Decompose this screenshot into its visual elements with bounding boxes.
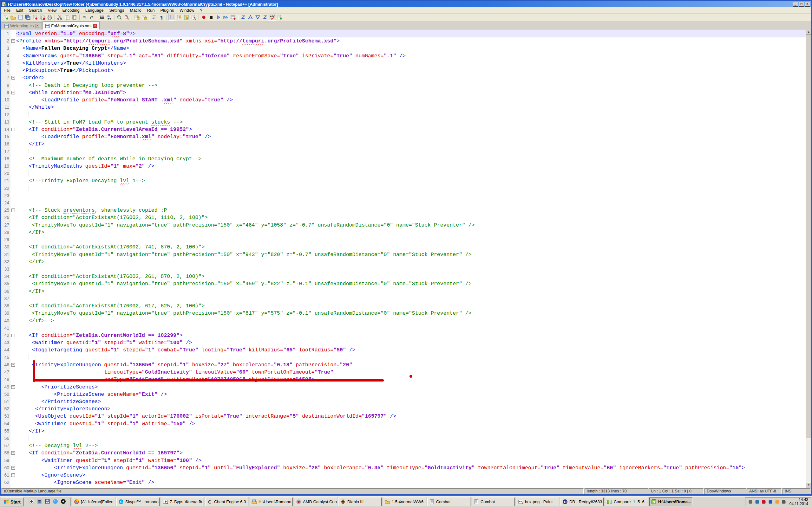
taskbar-button-diablo[interactable]: Diablo III	[339, 498, 382, 506]
code-line[interactable]: 18 <!--Maximum number of deaths While in…	[1, 155, 806, 163]
menu-item-macro[interactable]: Macro	[127, 8, 144, 13]
code-line[interactable]: 17	[1, 148, 806, 155]
code-line[interactable]: 51 </PrioritizeScenes>	[1, 398, 806, 405]
save-all-button[interactable]	[24, 14, 32, 20]
menu-item-settings[interactable]: Settings	[107, 8, 127, 13]
tab-weighting-cs[interactable]: Weighting.cs ✕	[2, 22, 42, 29]
indent-guide-button[interactable]	[168, 14, 175, 20]
code-line[interactable]: 1<?xml version="1.0" encoding="utf-8"?>	[1, 30, 806, 38]
code-line[interactable]: 8 <!-- Death in Decaying loop preventer …	[1, 82, 806, 89]
zoom-out-button[interactable]	[123, 14, 131, 20]
taskbar-button-folder[interactable]: 1.5.4normalWW6	[383, 498, 426, 506]
code-line[interactable]: 5 <KillMonsters>True</KillMonsters>	[1, 60, 806, 67]
updates-icon[interactable]	[774, 499, 780, 504]
code-line[interactable]: 44 <ToggleTargeting questId="1" stepId="…	[1, 346, 806, 354]
tab-fomnormalcrypts-xml[interactable]: FoMnormalCrypts.xml ✕	[43, 21, 100, 30]
cut-button[interactable]	[56, 14, 63, 20]
code-line[interactable]: 61− <IgnoreScenes>	[1, 471, 806, 479]
code-line[interactable]: 3 <Name>Fallen Decaying Crypt</Name>	[1, 45, 806, 52]
taskbar-button-compare[interactable]: Compare_1_5_6...	[605, 498, 648, 506]
code-line[interactable]: 12	[1, 111, 806, 118]
spell-check-button[interactable]: ABC	[269, 14, 276, 20]
tab-close-icon[interactable]: ✕	[35, 24, 39, 28]
code-line[interactable]: 54 <WaitTimer questId="1" stepId="1" wai…	[1, 420, 806, 428]
replace-button[interactable]: ab	[106, 14, 113, 20]
undo-button[interactable]	[81, 14, 88, 20]
code-line[interactable]: 39 <TrinityMoveTo questId="1" navigation…	[1, 309, 806, 317]
taskbar-button-doc[interactable]: Combat	[427, 498, 470, 506]
code-line[interactable]: 24	[1, 199, 806, 207]
close-button[interactable]	[32, 14, 39, 20]
fold-collapse-button[interactable]: −	[11, 385, 15, 389]
tab-close-icon[interactable]: ✕	[93, 24, 97, 28]
taskbar-button-demonbuddy[interactable]: DDB - Redgy#2633...	[560, 498, 604, 506]
editor[interactable]: 1<?xml version="1.0" encoding="utf-8"?>2…	[1, 30, 811, 488]
notepad-icon[interactable]	[45, 499, 51, 505]
code-line[interactable]: 40 </If>-->	[1, 317, 806, 325]
paste-button[interactable]	[71, 14, 78, 20]
run-macro-multiple-button[interactable]	[222, 14, 229, 20]
code-line[interactable]: 58− <If condition="ZetaDia.CurrentWorldI…	[1, 449, 806, 457]
taskbar-button-skype[interactable]: SSkype™ - romano...	[116, 498, 159, 506]
code-line[interactable]: 57 <!-- Decaying lvl 2-->	[1, 442, 806, 449]
menu-item-?[interactable]: ?	[197, 8, 205, 13]
fold-collapse-button[interactable]: −	[11, 76, 15, 79]
code-line[interactable]: 2−<Profile xmlns="http://tempuri.org/Pro…	[1, 38, 806, 45]
menu-item-language[interactable]: Language	[83, 8, 107, 13]
code-line[interactable]: 10 <LoadProfile profile="FoMnormal_START…	[1, 96, 806, 104]
save-button[interactable]	[17, 14, 24, 20]
taskbar-button-paint[interactable]: box.png - Paint	[516, 498, 559, 506]
code-line[interactable]: 21 <!--Trinity Explore Decaying lvl 1-->	[1, 177, 806, 184]
code-line[interactable]: 23	[1, 192, 806, 199]
textfx-last-button[interactable]	[261, 14, 269, 20]
code-line[interactable]: 27 <TrinityMoveTo questId="1" navigation…	[1, 222, 806, 229]
code-line[interactable]: 53 <UseObject questId="1" stepId="1" act…	[1, 412, 806, 420]
code-line[interactable]: 59 <WaitTimer questId="1" stepId="1" wai…	[1, 457, 806, 464]
scrollbar-thumb[interactable]	[806, 35, 811, 438]
print-button[interactable]	[46, 14, 53, 20]
vertical-scrollbar[interactable]: ▲ ▼	[806, 30, 811, 488]
sync-horizontal-button[interactable]	[141, 14, 148, 20]
fold-collapse-button[interactable]: −	[11, 91, 15, 95]
code-line[interactable]: 49− <PrioritizeScenes>	[1, 383, 806, 391]
code-line[interactable]: 30 <If condition="ActorExistsAt(176002, …	[1, 243, 806, 250]
taskbar-button-explorer[interactable]: H:\Users\Romano...	[250, 498, 293, 506]
volume-icon[interactable]	[781, 499, 786, 504]
code-line[interactable]: 9− <While condition="Me.IsInTown">	[1, 89, 806, 96]
messenger-ball-icon[interactable]	[53, 499, 59, 505]
code-line[interactable]: 13 <!-- Still in FoM? Load FoM to preven…	[1, 118, 806, 126]
scroll-up-arrow[interactable]: ▲	[806, 30, 811, 35]
taskbar-button-book[interactable]: 7. Буря Жнеца.fb...	[161, 498, 204, 506]
code-line[interactable]: 46− <TrinityExploreDungeon questId="1366…	[1, 361, 806, 369]
maximize-button[interactable]: □	[799, 2, 804, 7]
code-line[interactable]: 22	[1, 185, 806, 192]
calculator-icon[interactable]	[37, 499, 43, 505]
code-line[interactable]: 34 <If condition="ActorExistsAt(176002, …	[1, 273, 806, 280]
code-line[interactable]: 62 <IgnoreScene sceneName="Exit" />	[1, 479, 806, 486]
menu-item-plugins[interactable]: Plugins	[158, 8, 177, 13]
menu-item-encoding[interactable]: Encoding	[60, 8, 83, 13]
record-macro-button[interactable]	[200, 14, 207, 20]
code-line[interactable]: 38 <If condition="ActorExistsAt(176002, …	[1, 302, 806, 309]
doc-map-button[interactable]	[183, 14, 190, 20]
find-button[interactable]	[98, 14, 106, 20]
taskbar-button-doc[interactable]: Combat	[472, 498, 515, 506]
taskbar-button-chrome[interactable]: [A1 Inferno]Fallen...	[72, 498, 115, 506]
taskbar-button-notepad-plus[interactable]: NH:\Users\Roma...	[649, 498, 693, 506]
redo-button[interactable]	[88, 14, 96, 20]
menu-item-window[interactable]: Window	[177, 8, 197, 13]
code-line[interactable]: 33	[1, 266, 806, 273]
code-line[interactable]: 37	[1, 295, 806, 302]
close-button[interactable]: ×	[805, 2, 810, 7]
code-line[interactable]: 35 <TrinityMoveTo questId="1" navigation…	[1, 280, 806, 287]
code-line[interactable]: 7− <Order>	[1, 74, 806, 81]
open-file-button[interactable]	[9, 14, 17, 20]
fold-collapse-button[interactable]: −	[11, 128, 15, 131]
antivirus-icon[interactable]	[761, 499, 766, 504]
fold-collapse-button[interactable]: −	[11, 39, 15, 43]
fold-collapse-button[interactable]: −	[11, 473, 15, 477]
code-line[interactable]: 42− <If condition="ZetaDia.CurrentWorldI…	[1, 332, 806, 339]
pokerstars-icon[interactable]	[29, 499, 35, 505]
network-icon[interactable]	[768, 499, 773, 504]
code-line[interactable]: 36 </If>	[1, 288, 806, 295]
